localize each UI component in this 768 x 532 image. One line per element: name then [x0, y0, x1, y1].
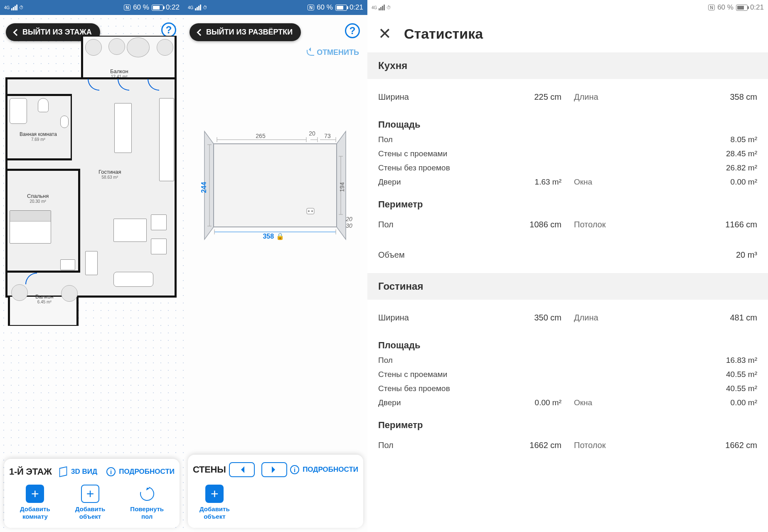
svg-text:20: 20	[309, 130, 315, 137]
svg-text:265: 265	[256, 133, 266, 139]
exit-unwrap-button[interactable]: ВЫЙТИ ИЗ РАЗВЁРТКИ	[190, 23, 301, 41]
floorplan-canvas[interactable]: Балкон12.41 m² Ванная комната7.69 m² Гос…	[2, 36, 182, 327]
svg-rect-28	[307, 208, 314, 214]
svg-rect-2	[214, 144, 337, 227]
plus-icon: +	[86, 487, 94, 500]
svg-text:358 🔒: 358 🔒	[263, 232, 284, 240]
svg-text:30: 30	[346, 222, 352, 229]
battery-icon	[335, 5, 347, 11]
status-bar: 4G⏱ N60 %0:22	[0, 0, 184, 15]
add-object-button[interactable]: +Добавить объект	[199, 485, 230, 520]
close-button[interactable]: ✕	[378, 25, 391, 43]
rotate-floor-button[interactable]: Повернуть пол	[130, 485, 164, 520]
triangle-right-icon	[272, 466, 278, 473]
rotate-icon	[137, 484, 156, 503]
floor-title: 1-Й ЭТАЖ	[9, 466, 52, 477]
wall-elevation[interactable]: 265 20 73 244 194 20 30 358 🔒	[196, 119, 354, 252]
wall-prev-button[interactable]	[229, 462, 255, 477]
section-kitchen: Кухня	[367, 52, 768, 79]
3d-view-button[interactable]: 3D ВИД	[59, 467, 97, 476]
svg-text:194: 194	[339, 182, 345, 192]
add-object-button[interactable]: +Добавить объект	[75, 485, 106, 520]
add-room-button[interactable]: +Добавить комнату	[20, 485, 50, 520]
plus-icon: +	[211, 487, 219, 500]
svg-point-30	[311, 210, 313, 212]
undo-button[interactable]: ОТМЕНИТЬ	[307, 48, 359, 57]
info-icon: i	[290, 465, 299, 474]
svg-text:244: 244	[200, 182, 207, 193]
chevron-left-icon	[197, 29, 204, 36]
help-button[interactable]: ?	[345, 23, 360, 38]
battery-icon	[152, 5, 163, 11]
details-button[interactable]: iПОДРОБНОСТИ	[106, 467, 175, 476]
section-living: Гостиная	[367, 273, 768, 300]
battery-icon	[736, 5, 748, 11]
status-bar: 4G⏱ N60 %0:21	[184, 0, 367, 15]
info-icon: i	[106, 467, 116, 476]
stats-list[interactable]: Кухня Ширина225 cmДлина358 cm Площадь По…	[367, 52, 768, 532]
walls-bottom-card: СТЕНЫ iПОДРОБНОСТИ +Добавить объект	[188, 455, 363, 528]
undo-icon	[307, 50, 314, 56]
floor-bottom-card: 1-Й ЭТАЖ 3D ВИД iПОДРОБНОСТИ +Добавить к…	[4, 459, 180, 528]
chevron-left-icon	[13, 29, 20, 36]
walls-title: СТЕНЫ	[193, 464, 226, 475]
cube-icon	[59, 467, 68, 476]
help-button[interactable]: ?	[161, 22, 176, 37]
svg-text:20: 20	[345, 216, 352, 222]
triangle-left-icon	[238, 466, 244, 473]
nfc-icon: N	[124, 5, 130, 10]
svg-point-29	[308, 210, 310, 212]
status-bar: 4G⏱ N60 %0:21	[367, 0, 768, 15]
plus-icon: +	[31, 487, 39, 500]
wall-next-button[interactable]	[261, 462, 287, 477]
details-button[interactable]: iПОДРОБНОСТИ	[290, 465, 358, 474]
stats-title: Статистика	[404, 26, 483, 42]
svg-text:73: 73	[324, 133, 331, 139]
